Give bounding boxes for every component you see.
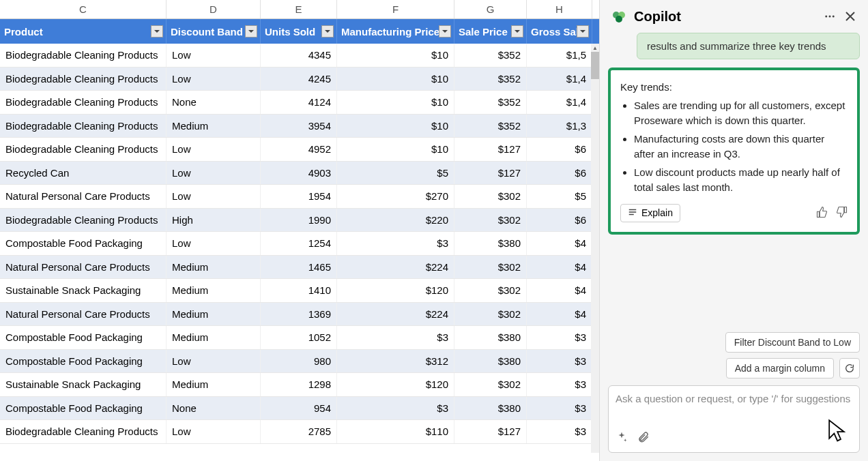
cell-mfg-price[interactable]: $3 bbox=[337, 326, 454, 349]
table-row[interactable]: Recycled CanLow4903$5$127$6 bbox=[0, 162, 599, 185]
cell-discount-band[interactable]: Low bbox=[167, 68, 261, 91]
filter-button-sale[interactable] bbox=[511, 25, 523, 38]
cell-discount-band[interactable]: Low bbox=[167, 420, 261, 443]
cell-sale-price[interactable]: $302 bbox=[454, 185, 527, 208]
cell-product[interactable]: Sustainable Snack Packaging bbox=[0, 279, 167, 302]
cell-sale-price[interactable]: $352 bbox=[454, 115, 527, 138]
close-icon[interactable] bbox=[843, 10, 857, 23]
cell-discount-band[interactable]: Medium bbox=[167, 256, 261, 279]
cell-product[interactable]: Compostable Food Packaging bbox=[0, 350, 167, 373]
cell-units-sold[interactable]: 1990 bbox=[261, 209, 337, 232]
filter-button-units[interactable] bbox=[321, 25, 334, 38]
table-row[interactable]: Biodegradable Cleaning ProductsNone4124$… bbox=[0, 91, 599, 115]
column-header-F[interactable]: F bbox=[337, 0, 454, 18]
cell-gross-sales[interactable]: $5 bbox=[527, 185, 592, 208]
cell-discount-band[interactable]: Low bbox=[167, 350, 261, 373]
cell-sale-price[interactable]: $380 bbox=[454, 232, 527, 255]
vertical-scrollbar[interactable]: ▲ bbox=[591, 44, 599, 453]
cell-product[interactable]: Biodegradable Cleaning Products bbox=[0, 68, 167, 91]
column-header-D[interactable]: D bbox=[167, 0, 261, 18]
cell-gross-sales[interactable]: $4 bbox=[527, 303, 592, 326]
cell-units-sold[interactable]: 1254 bbox=[261, 232, 337, 255]
cell-product[interactable]: Natural Personal Care Products bbox=[0, 185, 167, 208]
cell-discount-band[interactable]: Low bbox=[167, 185, 261, 208]
suggestion-margin-button[interactable]: Add a margin column bbox=[726, 358, 834, 378]
cell-gross-sales[interactable]: $3 bbox=[527, 350, 592, 373]
more-options-icon[interactable] bbox=[823, 10, 837, 23]
cell-gross-sales[interactable]: $3 bbox=[527, 326, 592, 349]
cell-product[interactable]: Compostable Food Packaging bbox=[0, 397, 167, 420]
cell-gross-sales[interactable]: $6 bbox=[527, 162, 592, 185]
cell-discount-band[interactable]: Low bbox=[167, 138, 261, 161]
cell-mfg-price[interactable]: $120 bbox=[337, 279, 454, 302]
thumbs-down-icon[interactable] bbox=[835, 206, 848, 220]
cell-mfg-price[interactable]: $220 bbox=[337, 209, 454, 232]
table-row[interactable]: Biodegradable Cleaning ProductsMedium395… bbox=[0, 115, 599, 138]
table-row[interactable]: Biodegradable Cleaning ProductsLow2785$1… bbox=[0, 420, 599, 444]
cell-product[interactable]: Biodegradable Cleaning Products bbox=[0, 115, 167, 138]
table-row[interactable]: Biodegradable Cleaning ProductsHigh1990$… bbox=[0, 209, 599, 233]
table-row[interactable]: Natural Personal Care ProductsLow1954$27… bbox=[0, 185, 599, 209]
cell-gross-sales[interactable]: $3 bbox=[527, 420, 592, 443]
cell-units-sold[interactable]: 980 bbox=[261, 350, 337, 373]
cell-sale-price[interactable]: $380 bbox=[454, 350, 527, 373]
cell-discount-band[interactable]: Medium bbox=[167, 373, 261, 396]
cell-product[interactable]: Natural Personal Care Products bbox=[0, 256, 167, 279]
cell-gross-sales[interactable]: $1,5 bbox=[527, 44, 592, 67]
cell-sale-price[interactable]: $380 bbox=[454, 397, 527, 420]
cell-sale-price[interactable]: $302 bbox=[454, 303, 527, 326]
filter-button-product[interactable] bbox=[151, 25, 163, 38]
cell-units-sold[interactable]: 1465 bbox=[261, 256, 337, 279]
cell-mfg-price[interactable]: $224 bbox=[337, 303, 454, 326]
table-row[interactable]: Biodegradable Cleaning ProductsLow4245$1… bbox=[0, 68, 599, 91]
cell-gross-sales[interactable]: $4 bbox=[527, 256, 592, 279]
cell-units-sold[interactable]: 954 bbox=[261, 397, 337, 420]
cell-gross-sales[interactable]: $3 bbox=[527, 373, 592, 396]
cell-mfg-price[interactable]: $10 bbox=[337, 44, 454, 67]
cell-mfg-price[interactable]: $120 bbox=[337, 373, 454, 396]
cell-gross-sales[interactable]: $1,4 bbox=[527, 68, 592, 91]
cell-discount-band[interactable]: Low bbox=[167, 162, 261, 185]
cell-product[interactable]: Biodegradable Cleaning Products bbox=[0, 44, 167, 67]
table-row[interactable]: Compostable Food PackagingMedium1052$3$3… bbox=[0, 326, 599, 350]
cell-product[interactable]: Compostable Food Packaging bbox=[0, 232, 167, 255]
cell-sale-price[interactable]: $302 bbox=[454, 279, 527, 302]
column-header-H[interactable]: H bbox=[527, 0, 592, 18]
cell-mfg-price[interactable]: $270 bbox=[337, 185, 454, 208]
cell-mfg-price[interactable]: $312 bbox=[337, 350, 454, 373]
cell-mfg-price[interactable]: $10 bbox=[337, 68, 454, 91]
cell-units-sold[interactable]: 4124 bbox=[261, 91, 337, 114]
cell-product[interactable]: Biodegradable Cleaning Products bbox=[0, 91, 167, 114]
table-row[interactable]: Sustainable Snack PackagingMedium1410$12… bbox=[0, 279, 599, 303]
column-header-G[interactable]: G bbox=[454, 0, 527, 18]
copilot-input-area[interactable]: Ask a question or request, or type '/' f… bbox=[608, 385, 860, 453]
cell-sale-price[interactable]: $380 bbox=[454, 326, 527, 349]
cell-product[interactable]: Biodegradable Cleaning Products bbox=[0, 138, 167, 161]
cell-units-sold[interactable]: 4952 bbox=[261, 138, 337, 161]
cell-mfg-price[interactable]: $3 bbox=[337, 232, 454, 255]
cell-sale-price[interactable]: $352 bbox=[454, 44, 527, 67]
table-row[interactable]: Compostable Food PackagingLow980$312$380… bbox=[0, 350, 599, 374]
cell-product[interactable]: Biodegradable Cleaning Products bbox=[0, 420, 167, 443]
cell-mfg-price[interactable]: $10 bbox=[337, 138, 454, 161]
cell-discount-band[interactable]: Medium bbox=[167, 326, 261, 349]
cell-discount-band[interactable]: Medium bbox=[167, 115, 261, 138]
cell-gross-sales[interactable]: $4 bbox=[527, 279, 592, 302]
cell-units-sold[interactable]: 1410 bbox=[261, 279, 337, 302]
refresh-suggestions-button[interactable] bbox=[839, 358, 860, 378]
cell-discount-band[interactable]: Low bbox=[167, 44, 261, 67]
cell-sale-price[interactable]: $302 bbox=[454, 209, 527, 232]
filter-button-mfg[interactable] bbox=[439, 25, 451, 38]
thumbs-up-icon[interactable] bbox=[816, 206, 828, 220]
cell-units-sold[interactable]: 2785 bbox=[261, 420, 337, 443]
column-header-C[interactable]: C bbox=[0, 0, 167, 18]
cell-units-sold[interactable]: 1298 bbox=[261, 373, 337, 396]
column-header-E[interactable]: E bbox=[261, 0, 337, 18]
cell-mfg-price[interactable]: $10 bbox=[337, 91, 454, 114]
attachment-icon[interactable] bbox=[637, 431, 650, 445]
cell-product[interactable]: Sustainable Snack Packaging bbox=[0, 373, 167, 396]
cell-gross-sales[interactable]: $1,3 bbox=[527, 115, 592, 138]
cell-discount-band[interactable]: Low bbox=[167, 232, 261, 255]
cell-units-sold[interactable]: 3954 bbox=[261, 115, 337, 138]
scroll-up-arrow[interactable]: ▲ bbox=[591, 44, 599, 52]
